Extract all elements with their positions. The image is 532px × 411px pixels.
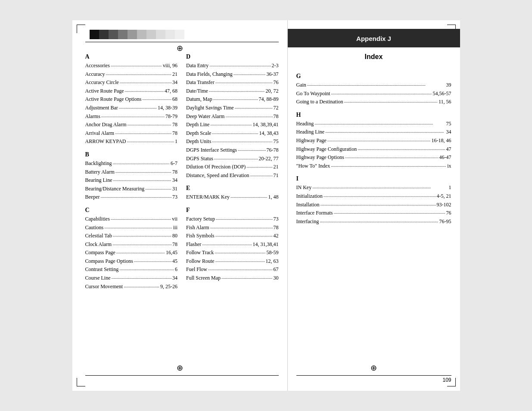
swatch-3	[109, 30, 118, 39]
swatch-1	[90, 30, 99, 39]
bottom-line-left	[85, 375, 279, 376]
crosshair-bottom-right: ⊕	[370, 363, 377, 373]
swatch-8	[156, 30, 165, 39]
col-b: D Data Entry 2-3 Data Fields, Changing 3…	[182, 48, 279, 374]
corner-bl	[77, 378, 85, 386]
section-head-b: B	[85, 151, 178, 158]
index-title: Index	[288, 53, 460, 61]
entry-beeper: Beeper 73	[85, 193, 178, 202]
section-head-i: I	[296, 175, 451, 182]
appendix-label: Appendix J	[288, 35, 460, 42]
entry-arrow-keypad: ARROW KEYPAD 1	[85, 137, 178, 146]
content-right: G Gain 39 Go To Waypoint 54,56-57 Going …	[296, 68, 451, 374]
content-left: A Accessories viii, 96 Accuracy 21 Accur…	[85, 48, 279, 374]
swatch-4	[118, 30, 128, 39]
swatch-2	[99, 30, 109, 39]
entry-cursor-movement: Cursor Movement 9, 25-26	[85, 283, 178, 291]
entry-how-to-index: "How To" Index ix	[296, 162, 451, 171]
section-head-e: E	[186, 185, 279, 192]
swatch-9	[165, 30, 175, 39]
top-line-left	[85, 42, 279, 42]
swatch-10	[175, 30, 184, 39]
entry-enter-mark: ENTER/MARK Key 1, 48	[186, 193, 279, 202]
crosshair-top-left: ⊕	[177, 44, 183, 53]
section-head-c: C	[85, 207, 178, 214]
page-number: 109	[442, 377, 451, 383]
swatch-6	[137, 30, 146, 39]
col-a: A Accessories viii, 96 Accuracy 21 Accur…	[85, 48, 182, 374]
entry-full-screen-map: Full Screen Map 30	[186, 274, 279, 283]
section-head-d: D	[186, 53, 279, 60]
swatch-5	[128, 30, 137, 39]
color-bar-left	[90, 30, 184, 39]
corner-tl	[77, 25, 85, 33]
section-head-a: A	[85, 53, 178, 60]
bottom-line-right	[296, 375, 451, 376]
left-half: ⊕ A Accessories viii, 96 Accuracy 21 Acc…	[72, 20, 288, 391]
entry-interfacing: Interfacing 76-95	[296, 218, 451, 226]
right-half: Appendix J Index G Gain 39 Go To Waypoin…	[288, 20, 460, 391]
section-head-h: H	[296, 112, 451, 118]
entry-distance-speed: Distance, Speed and Elevation 71	[186, 171, 279, 180]
swatch-7	[146, 30, 156, 39]
section-head-f: F	[186, 207, 279, 214]
entry-going-destination: Going to a Destination 11, 56	[296, 98, 451, 106]
page: ⊕ A Accessories viii, 96 Accuracy 21 Acc…	[72, 20, 460, 391]
section-head-g: G	[296, 73, 451, 80]
appendix-box: Appendix J	[288, 29, 460, 47]
